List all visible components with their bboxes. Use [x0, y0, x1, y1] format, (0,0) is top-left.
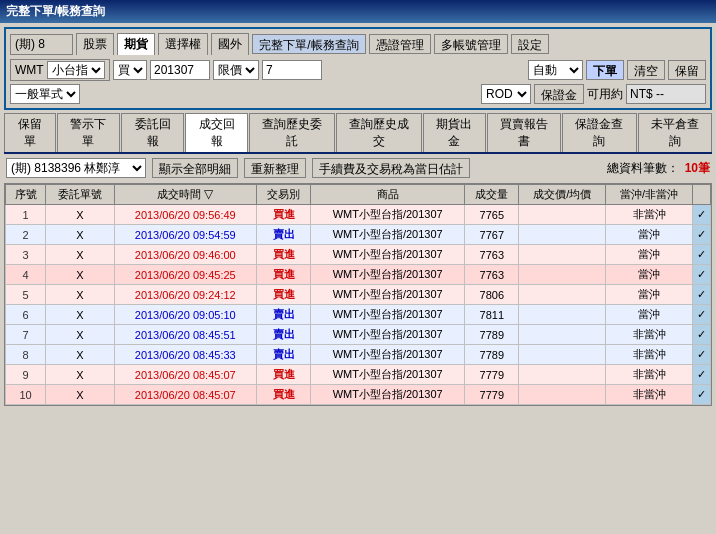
tab-trade-report[interactable]: 成交回報	[185, 113, 248, 152]
cell-volume: 7779	[465, 365, 519, 385]
total-label: 總資料筆數：	[607, 160, 679, 177]
tab-futures[interactable]: 期貨	[117, 33, 155, 55]
cell-status: 非當沖	[606, 365, 693, 385]
cell-status: 非當沖	[606, 385, 693, 405]
tab-order-report[interactable]: 委託回報	[121, 113, 184, 152]
cell-seq: 5	[6, 285, 46, 305]
cell-extra: ✓	[693, 285, 711, 305]
reorganize-btn[interactable]: 重新整理	[244, 158, 306, 178]
cell-order-no: X	[46, 325, 115, 345]
contract-input[interactable]	[150, 60, 210, 80]
period-input[interactable]	[38, 36, 68, 53]
cell-price	[519, 325, 606, 345]
symbol-type-select[interactable]: 小台指	[47, 61, 105, 79]
cell-price	[519, 365, 606, 385]
total-count: 10筆	[685, 160, 710, 177]
cell-time: 2013/06/20 09:05:10	[114, 305, 256, 325]
cell-order-no: X	[46, 205, 115, 225]
cell-order-no: X	[46, 345, 115, 365]
cell-product: WMT小型台指/201307	[311, 305, 465, 325]
cert-btn[interactable]: 憑證管理	[369, 34, 431, 54]
order-style-select[interactable]: 一般單式	[10, 84, 80, 104]
tab-futures-withdraw[interactable]: 期貨出金	[423, 113, 486, 152]
cell-product: WMT小型台指/201307	[311, 345, 465, 365]
cell-trade-type: 賣出	[256, 225, 310, 245]
cell-seq: 4	[6, 265, 46, 285]
tab-open-position[interactable]: 未平倉查詢	[638, 113, 712, 152]
col-price: 成交價/均價	[519, 185, 606, 205]
fee-btn[interactable]: 手續費及交易稅為當日估計	[312, 158, 470, 178]
cell-time: 2013/06/20 09:24:12	[114, 285, 256, 305]
col-volume: 成交量	[465, 185, 519, 205]
multi-account-btn[interactable]: 多帳號管理	[434, 34, 508, 54]
cell-price	[519, 345, 606, 365]
trade-table-container: 序號 委託單號 成交時間 ▽ 交易別 商品 成交量 成交價/均價 當沖/非當沖 …	[4, 183, 712, 406]
cell-extra: ✓	[693, 385, 711, 405]
cell-extra: ✓	[693, 325, 711, 345]
cell-trade-type: 買進	[256, 385, 310, 405]
guarantee-btn[interactable]: 保證金	[534, 84, 584, 104]
cell-volume: 7763	[465, 265, 519, 285]
window-title: 完整下單/帳務查詢	[6, 3, 105, 20]
cell-status: 非當沖	[606, 345, 693, 365]
col-product: 商品	[311, 185, 465, 205]
table-row: 1 X 2013/06/20 09:56:49 買進 WMT小型台指/20130…	[6, 205, 711, 225]
show-all-btn[interactable]: 顯示全部明細	[152, 158, 238, 178]
cell-trade-type: 買進	[256, 365, 310, 385]
cell-extra: ✓	[693, 225, 711, 245]
table-row: 3 X 2013/06/20 09:46:00 買進 WMT小型台指/20130…	[6, 245, 711, 265]
table-row: 5 X 2013/06/20 09:24:12 買進 WMT小型台指/20130…	[6, 285, 711, 305]
period-input-box: (期)	[10, 34, 73, 55]
price-input[interactable]	[262, 60, 322, 80]
tab-options[interactable]: 選擇權	[158, 33, 208, 55]
cell-price	[519, 245, 606, 265]
table-row: 6 X 2013/06/20 09:05:10 賣出 WMT小型台指/20130…	[6, 305, 711, 325]
cell-product: WMT小型台指/201307	[311, 265, 465, 285]
clear-btn[interactable]: 清空	[627, 60, 665, 80]
submit-btn[interactable]: 下單	[586, 60, 624, 80]
price-type-select[interactable]: 限價 市價	[213, 60, 259, 80]
cell-trade-type: 買進	[256, 265, 310, 285]
tab-history-orders[interactable]: 查詢歷史委託	[249, 113, 335, 152]
period-label: (期)	[15, 36, 38, 53]
hold-btn[interactable]: 保留	[668, 60, 706, 80]
col-extra	[693, 185, 711, 205]
cell-time: 2013/06/20 09:56:49	[114, 205, 256, 225]
cell-price	[519, 385, 606, 405]
cell-time: 2013/06/20 09:46:00	[114, 245, 256, 265]
col-order-no: 委託單號	[46, 185, 115, 205]
cell-order-no: X	[46, 365, 115, 385]
cell-order-no: X	[46, 285, 115, 305]
settings-btn[interactable]: 設定	[511, 34, 549, 54]
cell-volume: 7789	[465, 325, 519, 345]
account-select[interactable]: (期) 8138396 林鄭淳	[6, 158, 146, 178]
cell-status: 當沖	[606, 305, 693, 325]
table-row: 2 X 2013/06/20 09:54:59 賣出 WMT小型台指/20130…	[6, 225, 711, 245]
tab-hold-orders[interactable]: 保留單	[4, 113, 56, 152]
cell-volume: 7779	[465, 385, 519, 405]
cell-product: WMT小型台指/201307	[311, 205, 465, 225]
tab-alert-orders[interactable]: 警示下單	[57, 113, 120, 152]
rod-select[interactable]: ROD	[481, 84, 531, 104]
query-btn[interactable]: 完整下單/帳務查詢	[252, 34, 365, 54]
table-row: 4 X 2013/06/20 09:45:25 買進 WMT小型台指/20130…	[6, 265, 711, 285]
tab-guarantee-query[interactable]: 保證金查詢	[562, 113, 636, 152]
cell-time: 2013/06/20 08:45:51	[114, 325, 256, 345]
auto-select[interactable]: 自動	[528, 60, 583, 80]
cell-order-no: X	[46, 385, 115, 405]
cell-price	[519, 265, 606, 285]
col-status: 當沖/非當沖	[606, 185, 693, 205]
col-time[interactable]: 成交時間 ▽	[114, 185, 256, 205]
tab-stocks[interactable]: 股票	[76, 33, 114, 55]
cell-order-no: X	[46, 245, 115, 265]
available-label: 可用約	[587, 86, 623, 103]
tab-trade-report2[interactable]: 買賣報告書	[487, 113, 561, 152]
cell-product: WMT小型台指/201307	[311, 325, 465, 345]
cell-order-no: X	[46, 305, 115, 325]
tab-foreign[interactable]: 國外	[211, 33, 249, 55]
direction-select[interactable]: 買 賣	[113, 60, 147, 80]
cell-extra: ✓	[693, 365, 711, 385]
cell-extra: ✓	[693, 205, 711, 225]
tab-history-trades[interactable]: 查詢歷史成交	[336, 113, 422, 152]
cell-status: 當沖	[606, 285, 693, 305]
